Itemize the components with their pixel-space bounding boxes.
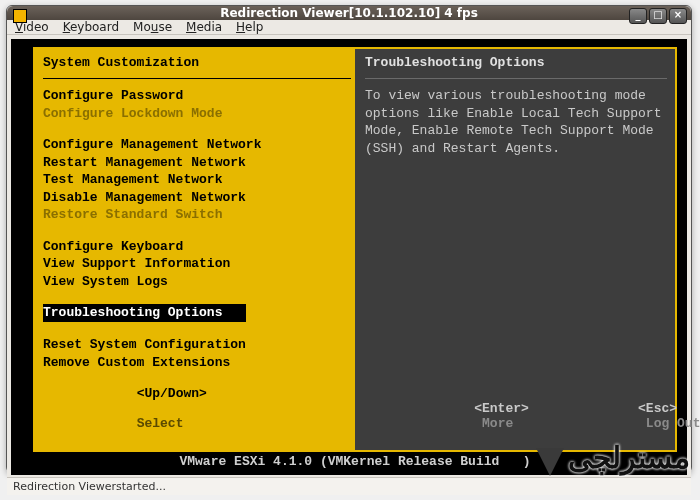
console-footer: VMware ESXi 4.1.0 (VMKernel Release Buil… [33,452,677,469]
enter-hint: <Enter> More [365,386,529,446]
menu-item[interactable]: Configure Keyboard [43,238,351,256]
close-button[interactable]: × [669,8,687,24]
right-footer: <Enter> More <Esc> Log Out [365,386,667,446]
menu-group-gap [43,224,351,238]
right-panel: Troubleshooting Options To view various … [355,49,675,450]
left-panel: System Customization Configure PasswordC… [35,49,355,450]
console: System Customization Configure PasswordC… [11,39,687,475]
menu-media[interactable]: Media [186,20,222,34]
menu-help[interactable]: Help [236,20,263,34]
menu-item[interactable]: Configure Management Network [43,136,351,154]
console-wrap: System Customization Configure PasswordC… [7,35,691,477]
right-header: Troubleshooting Options [365,55,667,70]
minimize-button[interactable]: _ [629,8,647,24]
menu-group-gap [43,122,351,136]
window-controls: _ □ × [629,8,687,24]
updown-action: Select [137,416,184,431]
menu-item[interactable]: View Support Information [43,255,351,273]
left-footer: <Up/Down> Select [43,371,351,446]
menu-mouse[interactable]: Mouse [133,20,172,34]
menu-item[interactable]: Configure Lockdown Mode [43,105,351,123]
menu-item[interactable]: Reset System Configuration [43,336,351,354]
left-header: System Customization [43,55,351,70]
menu-group-gap [43,290,351,304]
window-frame: Redirection Viewer[10.1.102.10] 4 fps _ … [6,5,692,473]
menu-item[interactable]: View System Logs [43,273,351,291]
panels: System Customization Configure PasswordC… [33,47,677,452]
menu-item[interactable]: Troubleshooting Options [43,304,246,322]
divider [365,78,667,79]
menu-item[interactable]: Remove Custom Extensions [43,354,351,372]
menu-item[interactable]: Restore Standard Switch [43,206,351,224]
divider [43,78,351,79]
menu-list: Configure PasswordConfigure Lockdown Mod… [43,87,351,371]
menu-item[interactable]: Test Management Network [43,171,351,189]
menubar: Video Keyboard Mouse Media Help [7,20,691,35]
menu-item[interactable]: Restart Management Network [43,154,351,172]
updown-key: <Up/Down> [137,386,207,401]
titlebar[interactable]: Redirection Viewer[10.1.102.10] 4 fps _ … [7,6,691,20]
maximize-button[interactable]: □ [649,8,667,24]
window-title: Redirection Viewer[10.1.102.10] 4 fps [220,6,478,20]
app-icon [13,9,27,23]
menu-group-gap [43,322,351,336]
menu-keyboard[interactable]: Keyboard [63,20,119,34]
menu-item[interactable]: Configure Password [43,87,351,105]
statusbar: Redirection Viewerstarted... [7,477,691,495]
menu-item[interactable]: Disable Management Network [43,189,351,207]
esc-hint: <Esc> Log Out [529,386,700,446]
right-body: To view various troubleshooting mode opt… [365,87,667,157]
